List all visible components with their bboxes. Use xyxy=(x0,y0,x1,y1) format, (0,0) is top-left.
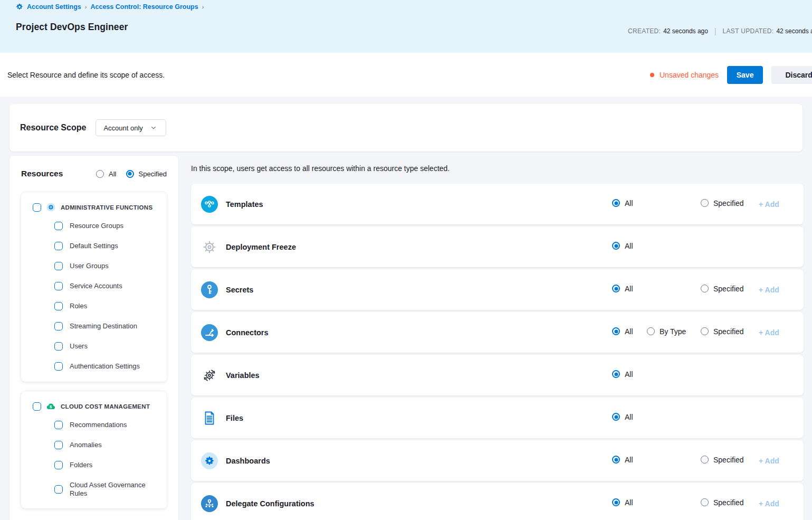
item-checkbox[interactable] xyxy=(54,282,63,290)
radio-specified[interactable]: Specified xyxy=(701,327,744,336)
radio-all[interactable]: All xyxy=(612,285,633,293)
radio-all[interactable]: All xyxy=(612,413,633,421)
resources-specified-radio[interactable]: Specified xyxy=(126,170,167,178)
item-checkbox[interactable] xyxy=(54,421,63,429)
chevron-down-icon xyxy=(150,125,157,131)
radio-all[interactable]: All xyxy=(612,456,633,464)
resource-row: Dashboards All Specified + Add xyxy=(191,440,804,481)
save-button[interactable]: Save xyxy=(727,66,763,84)
resource-row-title: Connectors xyxy=(226,328,269,337)
item-checkbox[interactable] xyxy=(54,262,63,270)
variables-icon xyxy=(201,367,218,384)
item-label: Roles xyxy=(70,302,87,310)
group-checkbox[interactable] xyxy=(33,402,41,411)
toolbar-actions: Unsaved changes Save Discard xyxy=(650,66,812,84)
radio-all[interactable]: All xyxy=(612,242,633,250)
resource-item[interactable]: User Groups xyxy=(21,256,167,276)
resource-scope-dropdown[interactable]: Account only xyxy=(95,119,166,136)
radio-specified[interactable]: Specified xyxy=(701,285,744,293)
radio-all[interactable]: All xyxy=(612,498,633,507)
resource-item[interactable]: Default Settings xyxy=(21,236,167,256)
item-label: User Groups xyxy=(70,262,109,270)
item-checkbox[interactable] xyxy=(54,362,63,371)
radio-by-type[interactable]: By Type xyxy=(647,327,686,336)
resource-types-panel: In this scope, users get access to all r… xyxy=(191,156,804,520)
resource-row-title: Deployment Freeze xyxy=(226,243,296,251)
scope-intro-text: In this scope, users get access to all r… xyxy=(191,164,804,173)
item-label: Recommendations xyxy=(70,421,127,429)
item-checkbox[interactable] xyxy=(54,242,63,250)
breadcrumb-separator: › xyxy=(84,4,88,10)
item-label: Service Accounts xyxy=(70,282,122,290)
resource-row: Deployment Freeze All xyxy=(191,226,804,267)
item-label: Resource Groups xyxy=(70,222,123,230)
toolbar-description: Select Resource and define its scope of … xyxy=(7,71,165,79)
radio-all[interactable]: All xyxy=(612,199,633,207)
item-checkbox[interactable] xyxy=(54,441,63,449)
resource-item[interactable]: Authentication Settings xyxy=(21,356,167,376)
resource-item[interactable]: Service Accounts xyxy=(21,276,167,296)
last-updated-label: LAST UPDATED: xyxy=(723,27,774,35)
item-checkbox[interactable] xyxy=(54,485,63,494)
resource-item[interactable]: Users xyxy=(21,336,167,356)
radio-specified[interactable]: Specified xyxy=(701,456,744,464)
resource-row-title: Delegate Configurations xyxy=(226,499,314,508)
resource-group-card: ADMINISTRATIVE FUNCTIONS Resource Groups… xyxy=(21,192,167,382)
delegate-configurations-icon xyxy=(201,495,218,512)
resources-all-radio[interactable]: All xyxy=(96,170,116,178)
resource-item[interactable]: Anomalies xyxy=(21,435,167,455)
item-label: Streaming Destination xyxy=(70,322,137,330)
item-checkbox[interactable] xyxy=(54,342,63,351)
add-button[interactable]: + Add xyxy=(759,200,779,209)
item-label: Cloud Asset Governance Rules xyxy=(70,481,153,497)
created-label: CREATED: xyxy=(628,27,661,35)
resource-row: Files All xyxy=(191,398,804,438)
resources-mode-radios: All Specified xyxy=(96,170,167,178)
radio-all[interactable]: All xyxy=(612,327,633,336)
add-button[interactable]: + Add xyxy=(759,457,779,465)
breadcrumb: Account Settings › Access Control: Resou… xyxy=(0,0,812,11)
templates-icon xyxy=(201,196,218,213)
resource-item[interactable]: Folders xyxy=(21,455,167,475)
resource-item[interactable]: Recommendations xyxy=(21,415,167,435)
item-checkbox[interactable] xyxy=(54,302,63,310)
resource-item[interactable]: Roles xyxy=(21,296,167,316)
item-label: Default Settings xyxy=(70,242,118,250)
action-toolbar: Select Resource and define its scope of … xyxy=(0,53,812,97)
item-checkbox[interactable] xyxy=(54,461,63,469)
group-name: ADMINISTRATIVE FUNCTIONS xyxy=(61,204,152,211)
last-updated-value: 42 seconds ago xyxy=(776,27,812,35)
header-meta: CREATED: 42 seconds ago | LAST UPDATED: … xyxy=(628,27,812,35)
breadcrumb-account-settings[interactable]: Account Settings xyxy=(27,3,81,11)
resource-row-title: Files xyxy=(226,414,243,422)
group-checkbox[interactable] xyxy=(33,203,41,212)
item-checkbox[interactable] xyxy=(54,322,63,330)
resource-group-card: $ CLOUD COST MANAGEMENT Recommendations … xyxy=(21,391,167,508)
resource-item[interactable]: Cloud Asset Governance Rules xyxy=(21,475,167,503)
resources-sidebar: Resources All Specified ADMINISTRATIVE F… xyxy=(9,156,178,520)
radio-specified[interactable]: Specified xyxy=(701,199,744,207)
admin-functions-icon xyxy=(46,203,55,212)
unsaved-changes-dot xyxy=(650,73,654,77)
radio-specified[interactable]: Specified xyxy=(701,498,744,507)
resource-item[interactable]: Streaming Destination xyxy=(21,316,167,336)
page-header: Account Settings › Access Control: Resou… xyxy=(0,0,812,53)
resource-row-title: Variables xyxy=(226,371,260,380)
discard-button[interactable]: Discard xyxy=(771,66,812,84)
settings-gear-icon xyxy=(16,3,23,11)
resource-row: Secrets All Specified + Add xyxy=(191,269,804,310)
add-button[interactable]: + Add xyxy=(759,328,779,337)
resource-item[interactable]: Resource Groups xyxy=(21,216,167,236)
item-checkbox[interactable] xyxy=(54,222,63,230)
add-button[interactable]: + Add xyxy=(759,286,779,294)
resource-row: Templates All Specified + Add xyxy=(191,184,804,224)
connectors-icon xyxy=(201,324,218,341)
content-area: Resource Scope Account only Resources Al… xyxy=(0,97,812,520)
add-button[interactable]: + Add xyxy=(759,499,779,508)
group-name: CLOUD COST MANAGEMENT xyxy=(61,403,150,410)
page-title: Project DevOps Engineer xyxy=(16,22,128,33)
svg-text:$: $ xyxy=(50,404,52,409)
resource-row: Connectors All By Type Specified + Add xyxy=(191,312,804,353)
breadcrumb-resource-groups[interactable]: Access Control: Resource Groups xyxy=(90,3,198,11)
radio-all[interactable]: All xyxy=(612,370,633,379)
